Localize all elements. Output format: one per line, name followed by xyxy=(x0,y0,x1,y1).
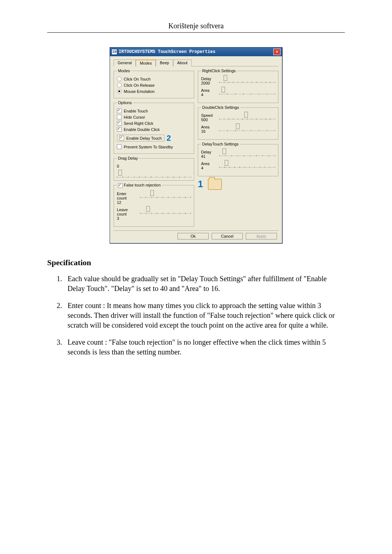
radio-label: Click On Touch xyxy=(124,77,151,81)
delaytouch-legend: DelayTouch Settings xyxy=(201,142,240,146)
dt-area-value: 4 xyxy=(201,166,216,170)
dc-speed-label: Speed xyxy=(201,113,213,118)
radio-icon xyxy=(117,89,122,94)
check-enable-touch[interactable]: Enable Touch xyxy=(117,108,191,113)
check-label: Send Right Click xyxy=(124,121,153,126)
tab-modes[interactable]: Modes xyxy=(136,59,156,66)
spec-item-2: Enter count : It means how many times yo… xyxy=(64,301,345,330)
enter-count-label: Enter count xyxy=(117,192,127,200)
dc-area-slider[interactable] xyxy=(219,125,275,131)
checkbox-icon xyxy=(117,115,122,119)
drag-delay-legend: Drag Delay xyxy=(117,156,139,160)
options-group: Options Enable Touch Hide Cursor xyxy=(114,100,194,154)
radio-label: Click On Release xyxy=(124,83,155,87)
rc-area-label: Area xyxy=(201,88,209,93)
radio-mouse-emulation[interactable]: Mouse Emulation xyxy=(117,89,191,94)
dt-delay-label: Delay xyxy=(201,150,211,154)
cancel-button[interactable]: Cancel xyxy=(212,233,243,239)
drag-delay-slider[interactable] xyxy=(117,171,191,177)
tab-general[interactable]: General xyxy=(114,59,136,66)
rc-area-slider[interactable] xyxy=(219,88,275,94)
spec-item-3: Leave count : "False touch rejection" is… xyxy=(64,337,345,357)
tab-beep[interactable]: Beep xyxy=(156,59,173,66)
check-prevent-standby[interactable]: Prevent System To Standby xyxy=(117,144,191,149)
check-enable-double-click[interactable]: Enable Double Click xyxy=(117,127,191,132)
checkbox-icon[interactable] xyxy=(118,183,123,188)
rc-delay-label: Delay xyxy=(201,77,211,81)
folder-icon[interactable] xyxy=(208,179,222,190)
doubleclick-group: DoubleClick Settings Speed 500 xyxy=(198,105,278,140)
touchscreen-properties-window: IR IRTOUCHSYSTEMS TouchScreen Properties… xyxy=(110,47,282,243)
dc-speed-slider[interactable] xyxy=(219,113,275,119)
leave-count-label: Leave count xyxy=(117,208,128,216)
app-icon: IR xyxy=(111,49,117,55)
check-send-right-click[interactable]: Send Right Click xyxy=(117,121,191,126)
spec-item-1: Each value should be gradually set in "D… xyxy=(64,274,345,294)
false-touch-group: False touch rejection Enter count 12 xyxy=(114,183,194,227)
ok-button[interactable]: Ok xyxy=(177,233,209,239)
check-label: Hide Cursor xyxy=(124,115,145,119)
radio-icon xyxy=(117,77,122,81)
tab-about[interactable]: About xyxy=(173,59,192,66)
dialog-buttons: Ok Cancel Apply xyxy=(114,230,278,239)
leave-count-value: 3 xyxy=(117,216,137,221)
check-label: Enable Double Click xyxy=(124,127,160,132)
false-touch-legend: False touch rejection xyxy=(117,183,162,188)
dc-area-value: 16 xyxy=(201,129,216,134)
enter-count-value: 12 xyxy=(117,200,137,205)
check-label: Enable Delay Touch xyxy=(126,136,162,140)
checkbox-icon xyxy=(117,108,122,113)
dt-area-slider[interactable] xyxy=(219,161,275,168)
modes-legend: Modes xyxy=(117,69,131,73)
rc-area-value: 4 xyxy=(201,93,216,97)
checkbox-icon xyxy=(117,121,122,126)
window-title: IRTOUCHSYSTEMS TouchScreen Properties xyxy=(119,49,215,54)
dt-delay-value: 41 xyxy=(201,154,216,159)
checkbox-icon xyxy=(117,144,122,149)
dt-delay-slider[interactable] xyxy=(219,150,275,156)
drag-delay-value: 0 xyxy=(117,164,137,168)
dt-area-label: Area xyxy=(201,161,209,166)
page-header: Korištenje softvera xyxy=(47,22,345,33)
rightclick-group: RightClick Settings Delay 2000 xyxy=(198,69,278,103)
rc-delay-value: 2000 xyxy=(201,81,216,85)
check-label: Prevent System To Standby xyxy=(124,145,173,149)
annotation-1: 1 xyxy=(198,178,203,190)
radio-click-on-touch[interactable]: Click On Touch xyxy=(117,77,191,81)
apply-button[interactable]: Apply xyxy=(246,233,277,239)
modes-group: Modes Click On Touch Click On Release xyxy=(114,69,194,98)
rc-delay-slider[interactable] xyxy=(219,77,275,83)
radio-icon xyxy=(117,83,122,87)
check-label: Enable Touch xyxy=(124,109,148,113)
dialog-screenshot: IR IRTOUCHSYSTEMS TouchScreen Properties… xyxy=(47,47,345,243)
rightclick-legend: RightClick Settings xyxy=(201,69,237,73)
doubleclick-legend: DoubleClick Settings xyxy=(201,105,240,110)
check-hide-cursor[interactable]: Hide Cursor xyxy=(117,115,191,119)
options-legend: Options xyxy=(117,100,133,105)
tab-strip: General Modes Beep About xyxy=(114,59,278,66)
enter-count-slider[interactable] xyxy=(140,192,191,198)
radio-click-on-release[interactable]: Click On Release xyxy=(117,83,191,87)
radio-label: Mouse Emulation xyxy=(124,89,155,94)
checkbox-icon xyxy=(119,136,124,140)
delaytouch-group: DelayTouch Settings Delay 41 xyxy=(198,142,278,176)
drag-delay-group: Drag Delay 0 xyxy=(114,156,194,181)
dc-area-label: Area xyxy=(201,125,209,129)
specification-list: Each value should be gradually set in "D… xyxy=(47,274,345,357)
titlebar: IR IRTOUCHSYSTEMS TouchScreen Properties… xyxy=(110,48,282,56)
checkbox-icon xyxy=(117,127,122,132)
dc-speed-value: 500 xyxy=(201,118,216,122)
specification-heading: Specification xyxy=(47,258,345,267)
close-icon[interactable]: × xyxy=(273,49,281,55)
check-enable-delay-touch[interactable]: Enable Delay Touch xyxy=(117,135,164,141)
leave-count-slider[interactable] xyxy=(140,208,191,214)
annotation-2: 2 xyxy=(167,134,171,143)
